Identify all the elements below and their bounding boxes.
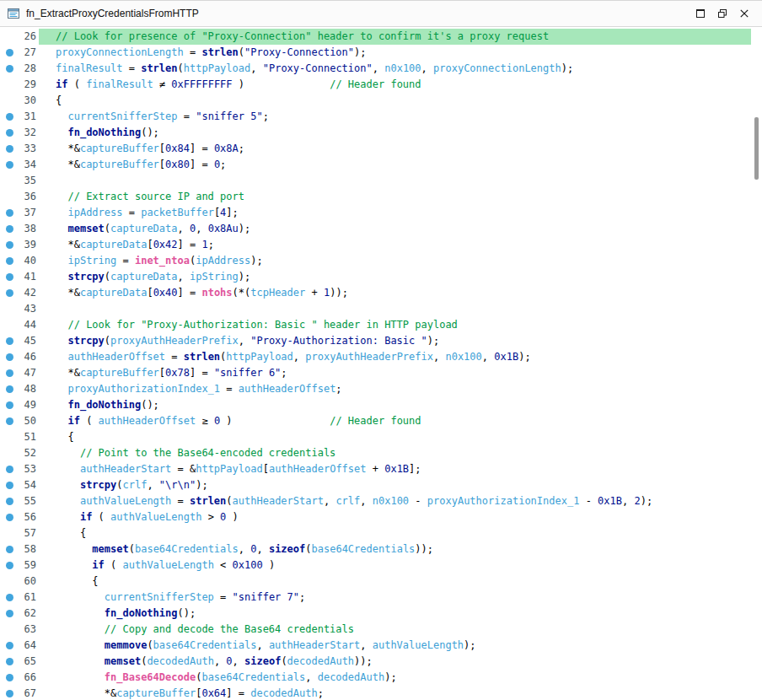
code-line[interactable]: 58 memset(base64Credentials, 0, sizeof(b…: [0, 541, 751, 557]
code-segment-var: finalResult: [56, 62, 122, 74]
line-marker-dot[interactable]: [6, 65, 13, 73]
line-marker-dot[interactable]: [6, 129, 13, 137]
code-segment-pl: );: [239, 223, 250, 234]
code-line[interactable]: 65 memset(decodedAuth, 0, sizeof(decoded…: [0, 654, 751, 670]
code-line[interactable]: 46 authHeaderOffset = strlen(httpPayload…: [0, 349, 751, 365]
code-line[interactable]: 52 // Point to the Base64-encoded creden…: [0, 445, 751, 461]
line-marker-dot[interactable]: [6, 658, 13, 665]
line-marker-dot[interactable]: [6, 690, 13, 697]
line-marker-dot[interactable]: [6, 49, 13, 57]
code-line[interactable]: 45 strcpy(proxyAuthHeaderPrefix, "Proxy-…: [0, 333, 751, 349]
code-segment-cmt: // Extract source IP and port: [67, 191, 244, 202]
code-line[interactable]: 51 {: [0, 429, 751, 445]
code-line[interactable]: 57 {: [0, 525, 751, 541]
code-segment-pl: ): [263, 559, 275, 571]
code-line[interactable]: 28finalResult = strlen(httpPayload, "Pro…: [0, 61, 751, 77]
code-line[interactable]: 36 // Extract source IP and port: [0, 189, 751, 205]
line-marker-dot[interactable]: [6, 353, 13, 361]
line-marker-dot[interactable]: [6, 257, 13, 265]
close-button[interactable]: [733, 4, 755, 23]
line-marker-dot[interactable]: [6, 482, 13, 489]
code-segment-pl: (: [281, 655, 287, 667]
line-marker-dot[interactable]: [6, 273, 13, 281]
line-marker-dot[interactable]: [6, 562, 13, 569]
code-segment-var: currentSnifferStep: [105, 591, 214, 603]
code-segment-num: 1: [201, 239, 207, 250]
code-line[interactable]: 47 *&captureBuffer[0x78] = "sniffer 6";: [0, 365, 751, 381]
line-marker-dot[interactable]: [6, 337, 13, 345]
line-marker-dot[interactable]: [6, 466, 13, 473]
code-line[interactable]: 30{: [0, 93, 751, 109]
code-line[interactable]: 38 memset(captureData, 0, 0x8Au);: [0, 221, 751, 237]
gutter: 60: [0, 573, 39, 590]
code-line[interactable]: 56 if ( authValueLength > 0 ): [0, 509, 751, 525]
scrollbar-thumb[interactable]: [754, 117, 759, 180]
code-line[interactable]: 44 // Look for "Proxy-Authorization: Bas…: [0, 317, 751, 333]
code-line[interactable]: 26// Look for presence of "Proxy-Connect…: [0, 29, 751, 45]
code-line[interactable]: 41 strcpy(captureData, ipString);: [0, 269, 751, 285]
line-marker-dot[interactable]: [6, 594, 13, 601]
code-segment-cmt: // Look for "Proxy-Authorization: Basic …: [67, 319, 457, 331]
code-line[interactable]: 33 *&captureBuffer[0x84] = 0x8A;: [0, 141, 751, 157]
line-marker-dot[interactable]: [6, 610, 13, 617]
line-marker-dot[interactable]: [6, 209, 13, 217]
line-marker-dot[interactable]: [6, 161, 13, 169]
code-segment-fn: strcpy: [67, 271, 104, 283]
line-marker-dot[interactable]: [6, 369, 13, 377]
code-line[interactable]: 59 if ( authValueLength < 0x100 ): [0, 557, 751, 573]
code-segment-kw: if: [92, 559, 104, 571]
window-titlebar[interactable]: fn_ExtractProxyCredentialsFromHTTP: [0, 1, 762, 27]
code-line[interactable]: 67 *&captureBuffer[0x64] = decodedAuth;: [0, 686, 751, 700]
line-marker-dot[interactable]: [6, 241, 13, 249]
code-line[interactable]: 37 ipAddress = packetBuffer[4];: [0, 205, 751, 221]
line-marker-dot[interactable]: [6, 417, 13, 425]
line-number: 55: [17, 493, 39, 509]
line-marker-dot[interactable]: [6, 401, 13, 409]
code-segment-num: 0x8A: [214, 143, 239, 154]
code-segment-pl: ] =: [190, 367, 214, 379]
code-line[interactable]: 50 if ( authHeaderOffset ≥ 0 ) // Header…: [0, 413, 751, 429]
line-marker-dot[interactable]: [6, 514, 13, 521]
code-line[interactable]: 54 strcpy(crlf, "\r\n");: [0, 477, 751, 493]
code-segment-pl: (*(: [233, 287, 251, 299]
line-marker-dot[interactable]: [6, 498, 13, 505]
code-area[interactable]: 26// Look for presence of "Proxy-Connect…: [0, 29, 751, 700]
line-marker-dot[interactable]: [6, 225, 13, 233]
code-line[interactable]: 49 fn_doNothing();: [0, 397, 751, 413]
code-line[interactable]: 27proxyConnectionLength = strlen("Proxy-…: [0, 45, 751, 61]
code-segment-pl: {: [56, 431, 74, 443]
code-line[interactable]: 64 memmove(base64Credentials, authHeader…: [0, 638, 751, 654]
code-line[interactable]: 29if ( finalResult ≠ 0xFFFFFFFF ) // Hea…: [0, 77, 751, 93]
code-line[interactable]: 32 fn_doNothing();: [0, 125, 751, 141]
code-segment-var: n0x100: [373, 495, 409, 507]
code-line[interactable]: 40 ipString = inet_ntoa(ipAddress);: [0, 253, 751, 269]
code-line[interactable]: 35: [0, 173, 751, 189]
code-line[interactable]: 62 fn_doNothing();: [0, 606, 751, 622]
code-line[interactable]: 55 authValueLength = strlen(authHeaderSt…: [0, 493, 751, 509]
maximize-button[interactable]: [690, 4, 711, 23]
code-line[interactable]: 34 *&captureBuffer[0x80] = 0;: [0, 157, 751, 173]
code-line[interactable]: 42 *&captureData[0x40] = ntohs(*(tcpHead…: [0, 285, 751, 301]
code-line[interactable]: 31 currentSnifferStep = "sniffer 5";: [0, 109, 751, 125]
line-marker-dot[interactable]: [6, 145, 13, 153]
code-line[interactable]: 53 authHeaderStart = &httpPayload[authHe…: [0, 461, 751, 477]
code-line[interactable]: 63 // Copy and decode the Base64 credent…: [0, 622, 751, 638]
code-line[interactable]: 43: [0, 301, 751, 317]
line-marker-dot[interactable]: [6, 289, 13, 297]
line-number: 44: [17, 317, 39, 333]
line-marker-dot[interactable]: [6, 642, 13, 649]
vertical-scrollbar[interactable]: [751, 27, 762, 700]
line-marker-dot[interactable]: [6, 385, 13, 393]
line-marker-dot[interactable]: [6, 546, 13, 553]
line-marker-dot[interactable]: [6, 113, 13, 121]
code-line[interactable]: 61 currentSnifferStep = "sniffer 7";: [0, 590, 751, 606]
line-number: 65: [17, 654, 39, 670]
code-line[interactable]: 39 *&captureData[0x42] = 1;: [0, 237, 751, 253]
code-segment-pl: = &: [171, 463, 196, 475]
line-marker-dot[interactable]: [6, 674, 13, 681]
code-line[interactable]: 48 proxyAuthorizationIndex_1 = authHeade…: [0, 381, 751, 397]
code-line[interactable]: 60 {: [0, 573, 751, 590]
restore-button[interactable]: [711, 4, 733, 23]
code-segment-var: proxyAuthHeaderPrefix: [305, 351, 433, 363]
code-line[interactable]: 66 fn_Base64Decode(base64Credentials, de…: [0, 670, 751, 686]
